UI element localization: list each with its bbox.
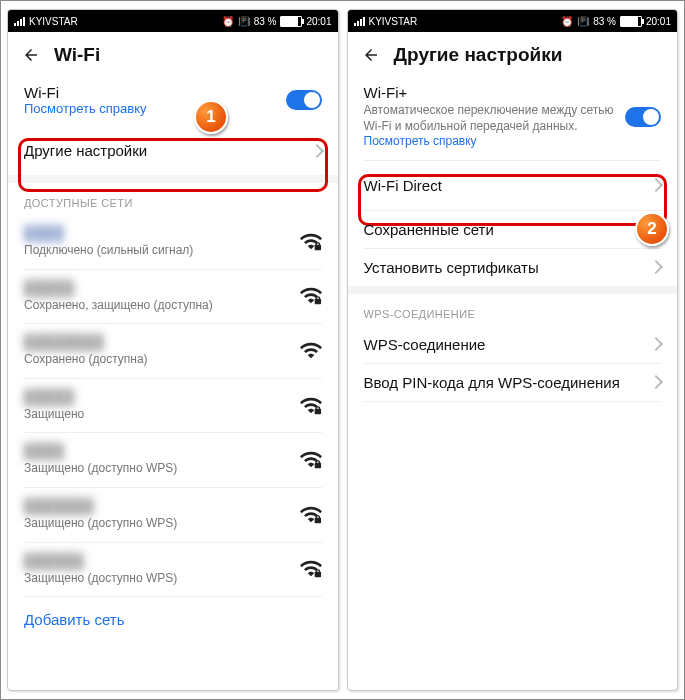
wifi-master-row[interactable]: Wi-Fi Посмотреть справку bbox=[8, 74, 338, 126]
wifi-label: Wi-Fi bbox=[24, 84, 286, 101]
clock: 20:01 bbox=[306, 16, 331, 27]
network-ssid: ████ bbox=[24, 225, 292, 241]
arrow-left-icon bbox=[362, 46, 380, 64]
network-row[interactable]: ██████ Защищено (доступно WPS) bbox=[8, 543, 338, 597]
network-status: Защищено (доступно WPS) bbox=[24, 461, 292, 477]
phone-right: KYIVSTAR ⏰ 📳 83 % 20:01 Другие настройки… bbox=[347, 9, 679, 691]
wps-pin-row[interactable]: Ввод PIN-кода для WPS-соединения bbox=[348, 364, 678, 401]
wifi-lock-icon bbox=[300, 449, 322, 471]
network-ssid: █████ bbox=[24, 280, 292, 296]
page-title: Другие настройки bbox=[394, 44, 563, 66]
wifi-plus-label: Wi-Fi+ bbox=[364, 84, 626, 101]
network-row[interactable]: █████ Сохранено, защищено (доступна) bbox=[8, 270, 338, 324]
carrier-label: KYIVSTAR bbox=[29, 16, 78, 27]
network-status: Сохранено, защищено (доступна) bbox=[24, 298, 292, 314]
wifi-lock-icon bbox=[300, 285, 322, 307]
svg-rect-9 bbox=[316, 516, 320, 519]
clock: 20:01 bbox=[646, 16, 671, 27]
other-settings-label: Другие настройки bbox=[24, 142, 304, 159]
network-ssid: █████ bbox=[24, 389, 292, 405]
signal-icon bbox=[14, 17, 25, 26]
other-settings-row[interactable]: Другие настройки bbox=[8, 126, 338, 175]
battery-icon bbox=[620, 16, 642, 27]
wifi-plus-row[interactable]: Wi-Fi+ Автоматическое переключение между… bbox=[348, 74, 678, 160]
arrow-left-icon bbox=[22, 46, 40, 64]
vibrate-icon: 📳 bbox=[238, 16, 250, 27]
network-row[interactable]: ████ Подключено (сильный сигнал) bbox=[8, 215, 338, 269]
section-available-networks: ДОСТУПНЫЕ СЕТИ bbox=[8, 183, 338, 215]
svg-rect-3 bbox=[316, 297, 320, 300]
install-certificates-label: Установить сертификаты bbox=[364, 259, 644, 276]
battery-icon bbox=[280, 16, 302, 27]
wps-connection-label: WPS-соединение bbox=[364, 336, 644, 353]
saved-networks-label: Сохраненные сети bbox=[364, 221, 644, 238]
help-link[interactable]: Посмотреть справку bbox=[364, 134, 477, 148]
back-button[interactable] bbox=[22, 46, 40, 64]
step-badge: 1 bbox=[194, 100, 228, 134]
wifi-direct-label: Wi-Fi Direct bbox=[364, 177, 644, 194]
status-bar: KYIVSTAR ⏰ 📳 83 % 20:01 bbox=[8, 10, 338, 32]
alarm-icon: ⏰ bbox=[561, 16, 573, 27]
network-status: Сохранено (доступна) bbox=[24, 352, 292, 368]
wifi-lock-icon bbox=[300, 504, 322, 526]
signal-icon bbox=[354, 17, 365, 26]
battery-pct: 83 % bbox=[254, 16, 277, 27]
header: Wi-Fi bbox=[8, 32, 338, 74]
chevron-right-icon bbox=[649, 375, 663, 389]
chevron-right-icon bbox=[649, 260, 663, 274]
network-row[interactable]: █████ Защищено bbox=[8, 379, 338, 433]
help-link[interactable]: Посмотреть справку bbox=[24, 101, 286, 116]
step-badge: 2 bbox=[635, 212, 669, 246]
wifi-toggle[interactable] bbox=[286, 90, 322, 110]
network-status: Защищено (доступно WPS) bbox=[24, 516, 292, 532]
header: Другие настройки bbox=[348, 32, 678, 74]
network-ssid: ████████ bbox=[24, 334, 292, 350]
wifi-plus-toggle[interactable] bbox=[625, 107, 661, 127]
page-title: Wi-Fi bbox=[54, 44, 100, 66]
status-bar: KYIVSTAR ⏰ 📳 83 % 20:01 bbox=[348, 10, 678, 32]
saved-networks-row[interactable]: Сохраненные сети bbox=[348, 211, 678, 248]
chevron-right-icon bbox=[309, 143, 323, 157]
svg-rect-1 bbox=[316, 243, 320, 246]
chevron-right-icon bbox=[649, 337, 663, 351]
carrier-label: KYIVSTAR bbox=[369, 16, 418, 27]
network-row[interactable]: ████ Защищено (доступно WPS) bbox=[8, 433, 338, 487]
wifi-direct-row[interactable]: Wi-Fi Direct bbox=[348, 161, 678, 210]
network-ssid: ████ bbox=[24, 443, 292, 459]
svg-rect-7 bbox=[316, 461, 320, 464]
separator bbox=[348, 286, 678, 294]
network-ssid: ██████ bbox=[24, 553, 292, 569]
alarm-icon: ⏰ bbox=[222, 16, 234, 27]
svg-rect-5 bbox=[316, 406, 320, 409]
wifi-plus-desc: Автоматическое переключение между сетью … bbox=[364, 103, 626, 150]
phone-left: KYIVSTAR ⏰ 📳 83 % 20:01 Wi-Fi Wi-Fi Посм… bbox=[7, 9, 339, 691]
wifi-lock-icon bbox=[300, 395, 322, 417]
network-status: Защищено bbox=[24, 407, 292, 423]
network-row[interactable]: ███████ Защищено (доступно WPS) bbox=[8, 488, 338, 542]
wifi-icon bbox=[300, 340, 322, 362]
wps-connection-row[interactable]: WPS-соединение bbox=[348, 326, 678, 363]
wifi-lock-icon bbox=[300, 231, 322, 253]
install-certificates-row[interactable]: Установить сертификаты bbox=[348, 249, 678, 286]
network-status: Подключено (сильный сигнал) bbox=[24, 243, 292, 259]
battery-pct: 83 % bbox=[593, 16, 616, 27]
section-wps: WPS-СОЕДИНЕНИЕ bbox=[348, 294, 678, 326]
add-network-link[interactable]: Добавить сеть bbox=[8, 597, 338, 643]
network-status: Защищено (доступно WPS) bbox=[24, 571, 292, 587]
wps-pin-label: Ввод PIN-кода для WPS-соединения bbox=[364, 374, 644, 391]
network-row[interactable]: ████████ Сохранено (доступна) bbox=[8, 324, 338, 378]
separator bbox=[8, 175, 338, 183]
svg-rect-11 bbox=[316, 570, 320, 573]
network-ssid: ███████ bbox=[24, 498, 292, 514]
chevron-right-icon bbox=[649, 178, 663, 192]
vibrate-icon: 📳 bbox=[577, 16, 589, 27]
wifi-lock-icon bbox=[300, 558, 322, 580]
back-button[interactable] bbox=[362, 46, 380, 64]
